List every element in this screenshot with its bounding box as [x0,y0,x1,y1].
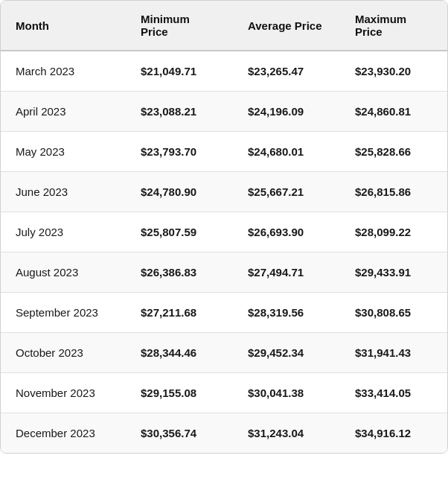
cell-max-price: $29,433.91 [340,252,447,293]
cell-min-price: $23,088.21 [126,92,233,132]
table-row: September 2023$27,211.68$28,319.56$30,80… [1,293,447,333]
cell-month: April 2023 [1,92,126,132]
cell-avg-price: $27,494.71 [233,252,340,293]
table-header-row: Month Minimum Price Average Price Maximu… [1,1,447,51]
cell-month: August 2023 [1,252,126,293]
cell-month: December 2023 [1,413,126,454]
table-row: November 2023$29,155.08$30,041.38$33,414… [1,373,447,413]
cell-month: November 2023 [1,373,126,413]
cell-max-price: $26,815.86 [340,172,447,212]
cell-max-price: $34,916.12 [340,413,447,454]
cell-avg-price: $28,319.56 [233,293,340,333]
cell-min-price: $29,155.08 [126,373,233,413]
table-row: June 2023$24,780.90$25,667.21$26,815.86 [1,172,447,212]
cell-min-price: $30,356.74 [126,413,233,454]
table-row: April 2023$23,088.21$24,196.09$24,860.81 [1,92,447,132]
header-avg: Average Price [233,1,340,51]
cell-month: September 2023 [1,293,126,333]
cell-max-price: $30,808.65 [340,293,447,333]
cell-month: July 2023 [1,212,126,252]
header-min: Minimum Price [126,1,233,51]
cell-avg-price: $24,196.09 [233,92,340,132]
table-row: December 2023$30,356.74$31,243.04$34,916… [1,413,447,454]
cell-min-price: $26,386.83 [126,252,233,293]
cell-month: October 2023 [1,333,126,373]
cell-avg-price: $24,680.01 [233,132,340,172]
cell-max-price: $31,941.43 [340,333,447,373]
cell-month: May 2023 [1,132,126,172]
table-row: July 2023$25,807.59$26,693.90$28,099.22 [1,212,447,252]
cell-max-price: $28,099.22 [340,212,447,252]
table-row: August 2023$26,386.83$27,494.71$29,433.9… [1,252,447,293]
cell-avg-price: $23,265.47 [233,51,340,92]
cell-min-price: $25,807.59 [126,212,233,252]
cell-min-price: $24,780.90 [126,172,233,212]
cell-avg-price: $29,452.34 [233,333,340,373]
cell-max-price: $24,860.81 [340,92,447,132]
cell-avg-price: $30,041.38 [233,373,340,413]
cell-min-price: $28,344.46 [126,333,233,373]
cell-avg-price: $31,243.04 [233,413,340,454]
cell-min-price: $23,793.70 [126,132,233,172]
price-table: Month Minimum Price Average Price Maximu… [0,0,448,454]
cell-min-price: $27,211.68 [126,293,233,333]
cell-min-price: $21,049.71 [126,51,233,92]
cell-max-price: $25,828.66 [340,132,447,172]
cell-avg-price: $25,667.21 [233,172,340,212]
cell-max-price: $23,930.20 [340,51,447,92]
cell-month: June 2023 [1,172,126,212]
table-row: March 2023$21,049.71$23,265.47$23,930.20 [1,51,447,92]
header-month: Month [1,1,126,51]
table-row: October 2023$28,344.46$29,452.34$31,941.… [1,333,447,373]
cell-month: March 2023 [1,51,126,92]
header-max: Maximum Price [340,1,447,51]
table-row: May 2023$23,793.70$24,680.01$25,828.66 [1,132,447,172]
cell-max-price: $33,414.05 [340,373,447,413]
cell-avg-price: $26,693.90 [233,212,340,252]
